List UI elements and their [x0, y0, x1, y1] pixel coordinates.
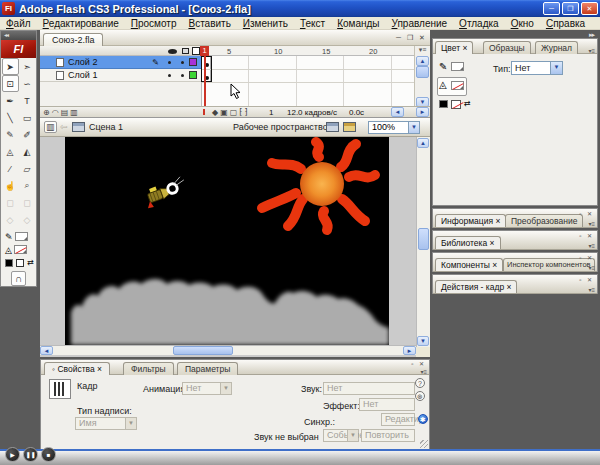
hscroll-thumb[interactable]: [173, 346, 233, 355]
pause-button[interactable]: ❚❚: [23, 447, 38, 462]
stroke-pencil-icon2[interactable]: ✎: [439, 61, 447, 72]
layer-name[interactable]: Слой 2: [68, 57, 152, 67]
snap-magnet-button[interactable]: ∩: [11, 271, 26, 286]
tab-color[interactable]: Цвет ×: [435, 41, 473, 54]
tab-library[interactable]: Библиотека ×: [435, 236, 501, 249]
scroll-left-icon[interactable]: ◄: [391, 107, 404, 117]
layer-color-swatch[interactable]: [189, 58, 197, 66]
lasso-tool-icon[interactable]: ∽: [19, 75, 36, 92]
restore-button[interactable]: ❐: [562, 2, 579, 15]
minimize-button[interactable]: ─: [543, 2, 560, 15]
fill-bucket-icon2[interactable]: ◬: [439, 79, 447, 90]
menu-item-6[interactable]: Команды: [331, 18, 385, 29]
paint-bucket-tool-icon[interactable]: ◭: [19, 143, 36, 160]
pencil-tool-icon[interactable]: ✎: [2, 126, 19, 143]
panel-minclose-icons[interactable]: ▫ ✕: [411, 360, 426, 367]
edit-scene-icon[interactable]: [326, 122, 339, 132]
options-icon[interactable]: ⊛: [415, 391, 425, 401]
effect-dropdown[interactable]: Нет: [359, 398, 415, 411]
tab-info[interactable]: Информация ×: [435, 214, 506, 227]
stage-vscrollbar[interactable]: ▲ ▼: [416, 137, 430, 347]
scene-name[interactable]: Сцена 1: [89, 122, 123, 132]
g2-menu[interactable]: ▾≡: [588, 242, 595, 249]
panel-menu-icon[interactable]: ▾≡: [420, 368, 427, 375]
bw-icon[interactable]: [439, 100, 448, 108]
g4-menu[interactable]: ▾≡: [588, 286, 595, 293]
vscroll-thumb[interactable]: [418, 228, 429, 250]
subselection-tool-icon[interactable]: ➣: [19, 58, 36, 75]
menu-item-7[interactable]: Управление: [386, 18, 454, 29]
swap-colors-icon[interactable]: ⇄: [27, 258, 34, 267]
tab-swatches[interactable]: Образцы: [483, 41, 531, 54]
selection-tool-icon[interactable]: ➤: [2, 58, 19, 75]
menu-item-4[interactable]: Изменить: [237, 18, 294, 29]
outline-icon[interactable]: [192, 47, 200, 55]
default-colors-icon[interactable]: [5, 259, 13, 267]
label-type-dropdown[interactable]: Имя▼: [75, 417, 137, 430]
tab-history[interactable]: Журнал: [535, 41, 578, 54]
scroll-right-icon[interactable]: ►: [416, 107, 429, 117]
edit-symbols-icon[interactable]: [343, 122, 356, 132]
option-4-icon[interactable]: ◇: [19, 211, 36, 228]
type-dropdown[interactable]: Нет▼: [511, 61, 563, 75]
layer-row-2[interactable]: Слой 1: [40, 69, 202, 82]
none-icon[interactable]: [451, 100, 461, 109]
timeline-toggle-icon[interactable]: ▥: [44, 121, 57, 133]
frame-ruler[interactable]: 5101520: [202, 46, 414, 56]
menu-item-5[interactable]: Текст: [294, 18, 331, 29]
layer-color-swatch[interactable]: [189, 71, 197, 79]
pen-tool-icon[interactable]: ✒: [2, 92, 19, 109]
animation-dropdown[interactable]: Нет▼: [182, 382, 232, 395]
menu-item-0[interactable]: Файл: [0, 18, 37, 29]
zoom-dropdown-icon[interactable]: ▼: [408, 122, 419, 133]
tab-filters[interactable]: Фильтры: [123, 362, 174, 375]
tab-components[interactable]: Компоненты ×: [435, 258, 503, 271]
layer-row-1[interactable]: Слой 2✎: [40, 56, 202, 69]
option-2-icon[interactable]: ◻: [19, 194, 36, 211]
line-tool-icon[interactable]: ╲: [2, 109, 19, 126]
color-menu-icon[interactable]: ▾≡: [588, 47, 595, 54]
sound-dropdown[interactable]: Нет: [323, 382, 415, 395]
playhead[interactable]: 1: [200, 46, 209, 56]
lock-icon[interactable]: [182, 48, 189, 54]
tools-collapse[interactable]: ◂◂: [1, 31, 36, 40]
close-button[interactable]: ✕: [581, 2, 598, 15]
g3-ctl[interactable]: ▫ ✕: [579, 254, 594, 261]
option-3-icon[interactable]: ◇: [2, 211, 19, 228]
layer-name[interactable]: Слой 1: [68, 70, 163, 80]
layer-buttons[interactable]: ⊕◠▤▥: [43, 108, 80, 117]
g4-ctl[interactable]: ▫ ✕: [579, 276, 594, 283]
stop-button[interactable]: ■: [41, 447, 56, 462]
g1-ctl[interactable]: ▫ ✕: [579, 210, 594, 217]
edit-button[interactable]: Редактир: [381, 413, 415, 426]
timeline-menu-icon[interactable]: ▾≡: [415, 46, 430, 54]
fill-swatch[interactable]: [451, 81, 464, 90]
hand-tool-icon[interactable]: ☝: [2, 177, 19, 194]
tab-actions[interactable]: Действия - кадр ×: [435, 280, 517, 293]
edit-blue-icon[interactable]: ✱: [418, 414, 428, 424]
scroll-up-icon[interactable]: ▲: [416, 56, 429, 66]
eye-icon[interactable]: [168, 49, 177, 54]
free-transform-tool-icon[interactable]: ⊡: [2, 75, 19, 92]
play-button[interactable]: ▶: [5, 447, 20, 462]
hscroll-right-icon[interactable]: ►: [403, 346, 416, 355]
stroke-color-swatch[interactable]: [15, 232, 28, 241]
no-color-icon[interactable]: [16, 259, 24, 267]
tab-parameters[interactable]: Параметры: [177, 362, 238, 375]
menu-item-10[interactable]: Справка: [540, 18, 591, 29]
resize-grip[interactable]: [420, 440, 428, 448]
visibility-dot[interactable]: [168, 61, 171, 64]
zoom-tool-icon[interactable]: ⌕: [19, 177, 36, 194]
menu-item-9[interactable]: Окно: [505, 18, 540, 29]
eraser-tool-icon[interactable]: ▱: [19, 160, 36, 177]
repeat-field[interactable]: Повторить: [361, 429, 415, 442]
swap-icon[interactable]: ⇄: [464, 99, 471, 108]
vscroll-down-icon[interactable]: ▼: [417, 336, 429, 346]
hscroll-left-icon[interactable]: ◄: [40, 346, 53, 355]
tab-properties[interactable]: ◦ Свойства ×: [44, 362, 110, 375]
zoom-level-input[interactable]: 100%▼: [368, 121, 420, 134]
menu-item-2[interactable]: Просмотр: [125, 18, 183, 29]
help-icon[interactable]: ?: [415, 378, 425, 388]
lock-dot[interactable]: [181, 74, 184, 77]
stage-canvas[interactable]: [65, 137, 389, 345]
